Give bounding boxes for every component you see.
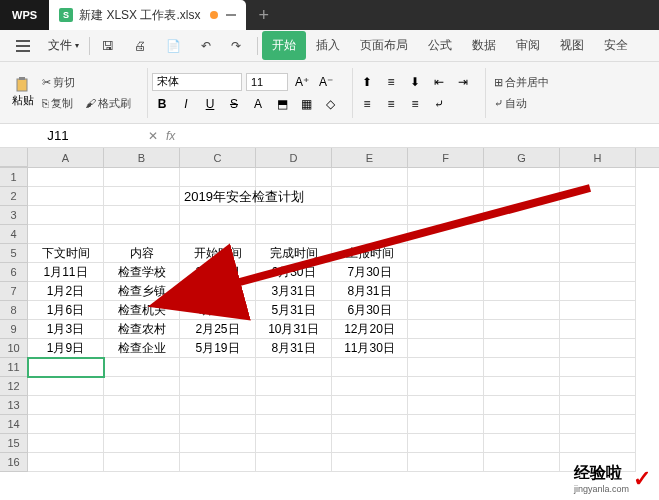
align-bottom-icon[interactable]: ⬇ <box>405 72 425 92</box>
indent-right-icon[interactable]: ⇥ <box>453 72 473 92</box>
cell[interactable] <box>256 168 332 187</box>
tab-insert[interactable]: 插入 <box>306 31 350 60</box>
select-all-corner[interactable] <box>0 148 28 167</box>
cell[interactable] <box>332 377 408 396</box>
cell[interactable] <box>560 187 636 206</box>
cell[interactable] <box>332 434 408 453</box>
cell[interactable] <box>180 377 256 396</box>
data-cell[interactable]: 1月9日 <box>28 339 104 358</box>
save-icon[interactable]: 🖫 <box>94 35 122 57</box>
cell[interactable] <box>408 377 484 396</box>
tab-formula[interactable]: 公式 <box>418 31 462 60</box>
file-menu[interactable]: 文件 ▾ <box>42 33 85 58</box>
cell[interactable] <box>104 187 180 206</box>
cell[interactable] <box>484 453 560 472</box>
row-header[interactable]: 14 <box>0 415 28 434</box>
cell[interactable] <box>180 434 256 453</box>
cell[interactable] <box>180 453 256 472</box>
row-header[interactable]: 1 <box>0 168 28 187</box>
spreadsheet-grid[interactable]: A B C D E F G H 1 2 2019年安全检查计划 3 4 5 下文… <box>0 148 659 472</box>
row-header[interactable]: 16 <box>0 453 28 472</box>
tab-home[interactable]: 开始 <box>262 31 306 60</box>
row-header[interactable]: 8 <box>0 301 28 320</box>
data-cell[interactable]: 5月19日 <box>180 339 256 358</box>
underline-button[interactable]: U <box>200 94 220 114</box>
data-cell[interactable]: 检查农村 <box>104 320 180 339</box>
header-cell[interactable]: 完成时间 <box>256 244 332 263</box>
selected-cell[interactable] <box>28 358 104 377</box>
cell[interactable] <box>560 225 636 244</box>
data-cell[interactable]: 3月31日 <box>256 282 332 301</box>
cell[interactable] <box>484 415 560 434</box>
data-cell[interactable]: 6月30日 <box>256 263 332 282</box>
data-cell[interactable]: 11月30日 <box>332 339 408 358</box>
cell[interactable] <box>28 396 104 415</box>
data-cell[interactable]: 检查企业 <box>104 339 180 358</box>
data-cell[interactable]: 5月31日 <box>256 301 332 320</box>
redo-icon[interactable]: ↷ <box>223 35 249 57</box>
cell[interactable] <box>332 187 408 206</box>
cell[interactable] <box>180 415 256 434</box>
col-header-c[interactable]: C <box>180 148 256 167</box>
cell[interactable] <box>104 358 180 377</box>
border-button[interactable]: ▦ <box>296 94 316 114</box>
format-painter-button[interactable]: 🖌 格式刷 <box>81 94 135 113</box>
cell[interactable] <box>560 244 636 263</box>
cell[interactable] <box>408 415 484 434</box>
app-menu-icon[interactable] <box>8 36 38 56</box>
cell[interactable] <box>484 263 560 282</box>
cell[interactable] <box>408 282 484 301</box>
cell[interactable] <box>180 225 256 244</box>
cell[interactable] <box>408 320 484 339</box>
cell[interactable] <box>256 377 332 396</box>
print-icon[interactable]: 🖨 <box>126 35 154 57</box>
cell[interactable] <box>408 225 484 244</box>
cell[interactable] <box>560 206 636 225</box>
cell[interactable] <box>408 339 484 358</box>
cell[interactable] <box>560 320 636 339</box>
document-tab[interactable]: S 新建 XLSX 工作表.xlsx <box>49 0 246 30</box>
cell[interactable] <box>180 396 256 415</box>
cell[interactable] <box>560 339 636 358</box>
cell[interactable] <box>484 282 560 301</box>
fx-icon[interactable]: fx <box>166 129 175 143</box>
cell[interactable] <box>256 358 332 377</box>
cell[interactable] <box>408 396 484 415</box>
cell[interactable] <box>484 358 560 377</box>
cell[interactable] <box>28 168 104 187</box>
font-name-select[interactable] <box>152 73 242 91</box>
cell[interactable] <box>408 187 484 206</box>
cell[interactable] <box>332 453 408 472</box>
cell[interactable] <box>332 358 408 377</box>
increase-font-icon[interactable]: A⁺ <box>292 72 312 92</box>
clear-format-button[interactable]: ◇ <box>320 94 340 114</box>
cell[interactable] <box>408 358 484 377</box>
cell[interactable] <box>560 358 636 377</box>
tab-security[interactable]: 安全 <box>594 31 638 60</box>
cell[interactable] <box>484 377 560 396</box>
col-header-b[interactable]: B <box>104 148 180 167</box>
col-header-h[interactable]: H <box>560 148 636 167</box>
font-size-select[interactable] <box>246 73 288 91</box>
merge-button[interactable]: ⊞ 合并居中 <box>490 73 553 92</box>
cell[interactable] <box>28 415 104 434</box>
cell[interactable] <box>484 206 560 225</box>
font-color-button[interactable]: A <box>248 94 268 114</box>
cell[interactable] <box>256 225 332 244</box>
cell[interactable] <box>484 301 560 320</box>
bold-button[interactable]: B <box>152 94 172 114</box>
cell[interactable] <box>28 225 104 244</box>
data-cell[interactable]: 7月30日 <box>332 263 408 282</box>
cell[interactable] <box>256 434 332 453</box>
cell[interactable] <box>180 168 256 187</box>
data-cell[interactable]: 检查机关 <box>104 301 180 320</box>
header-cell[interactable]: 上报时间 <box>332 244 408 263</box>
cell[interactable] <box>104 453 180 472</box>
data-cell[interactable]: 检查学校 <box>104 263 180 282</box>
cell[interactable] <box>180 206 256 225</box>
cell[interactable] <box>560 377 636 396</box>
data-cell[interactable]: 4月15日 <box>180 301 256 320</box>
row-header[interactable]: 13 <box>0 396 28 415</box>
cell[interactable] <box>560 168 636 187</box>
cell-reference-input[interactable] <box>8 126 108 145</box>
